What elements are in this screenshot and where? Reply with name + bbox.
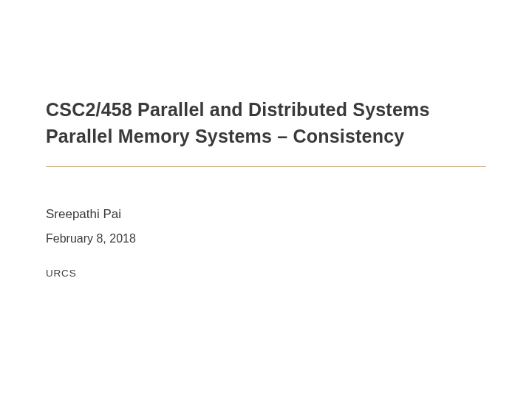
slide-date: February 8, 2018 [46,232,486,245]
slide-title-line-1: CSC2/458 Parallel and Distributed System… [46,96,486,123]
slide-title-block: CSC2/458 Parallel and Distributed System… [46,96,486,150]
title-slide: CSC2/458 Parallel and Distributed System… [0,0,532,400]
title-divider [46,166,486,167]
author-name: Sreepathi Pai [46,207,486,222]
slide-title-line-2: Parallel Memory Systems – Consistency [46,123,486,149]
affiliation: URCS [46,268,486,279]
